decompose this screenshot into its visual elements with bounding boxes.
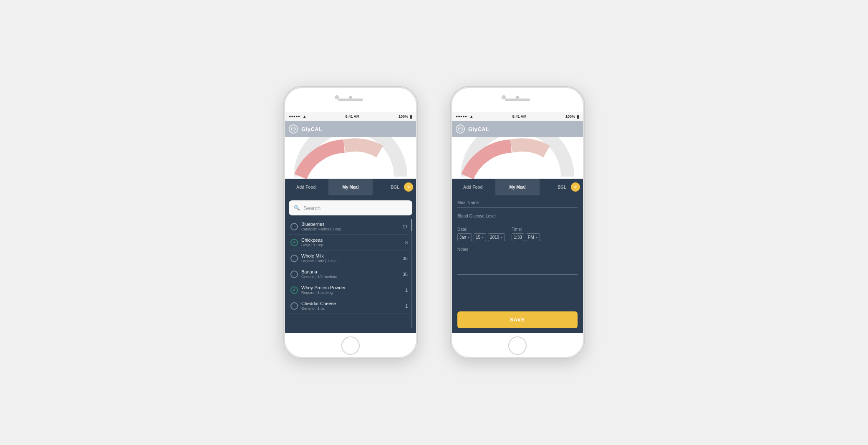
chart-svg-2: Fiber 15g Protein 30g xyxy=(451,137,584,179)
svg-text:30g: 30g xyxy=(364,162,370,165)
ampm-value: PM xyxy=(528,235,534,240)
year-select[interactable]: 2019 ▼ xyxy=(488,233,505,241)
svg-point-5 xyxy=(458,127,462,131)
phone-bottom-1 xyxy=(284,333,417,358)
food-gi-chickpeas: 8 xyxy=(405,240,408,245)
status-left-2: ●●●●● ▲ xyxy=(456,114,473,119)
status-time-2: 9:41 AM xyxy=(512,114,526,119)
month-select[interactable]: Jan ▼ xyxy=(457,233,472,241)
date-selects: Jan ▼ 15 ▼ 2019 ▼ xyxy=(457,233,505,241)
tab-my-meal-1[interactable]: My Meal xyxy=(328,179,373,195)
meal-name-field[interactable]: Meal Name xyxy=(457,200,578,208)
food-sub-banana: Generic | 1/2 medium xyxy=(301,275,399,279)
status-bar-2: ●●●●● ▲ 9:41 AM 100% ▮ xyxy=(451,112,584,121)
checkbox-whole-milk[interactable] xyxy=(290,255,298,262)
search-icon: 🔍 xyxy=(294,205,300,211)
status-left-1: ●●●●● ▲ xyxy=(289,114,306,119)
time-group: Time: 1:33 PM ▼ xyxy=(512,227,540,241)
chart-svg-1: Fiber 15g Protein 30g xyxy=(284,137,417,179)
day-select[interactable]: 15 ▼ xyxy=(474,233,486,241)
svg-text:15g: 15g xyxy=(484,169,490,172)
food-item-whole-milk[interactable]: Whole Milk Organic Farm | 1 cup 35 xyxy=(289,250,409,266)
day-chevron-icon: ▼ xyxy=(481,236,484,239)
search-box[interactable]: 🔍 Search xyxy=(289,200,412,215)
tab-my-meal-2[interactable]: My Meal xyxy=(495,179,540,195)
ampm-select[interactable]: PM ▼ xyxy=(526,233,540,241)
checkbox-cheddar[interactable] xyxy=(290,302,298,310)
svg-text:30g: 30g xyxy=(531,162,537,165)
checkbox-whey[interactable] xyxy=(290,286,298,294)
year-chevron-icon: ▼ xyxy=(500,236,503,239)
food-name-whey: Whey Protein Powder xyxy=(301,285,402,290)
search-input[interactable]: Search xyxy=(303,205,407,211)
ampm-chevron-icon: ▼ xyxy=(535,236,538,239)
app-header-1: GlyCAL xyxy=(284,121,417,137)
food-name-whole-milk: Whole Milk xyxy=(301,253,399,258)
notes-label: Notes xyxy=(457,247,578,252)
save-button[interactable]: SAVE xyxy=(457,311,578,328)
food-gi-whole-milk: 35 xyxy=(403,256,408,261)
svg-point-0 xyxy=(291,127,295,131)
signal-dots: ●●●●● xyxy=(289,114,300,119)
food-sub-cheddar: Generic | 1 oz xyxy=(301,306,402,311)
month-value: Jan xyxy=(459,235,466,240)
phone-add-food: ●●●●● ▲ 9:41 AM 100% ▮ GlyCAL xyxy=(284,87,417,358)
date-group: Date: Jan ▼ 15 ▼ xyxy=(457,227,505,241)
time-value: 1:33 xyxy=(514,235,522,240)
time-value-select[interactable]: 1:33 xyxy=(512,233,524,241)
svg-text:Protein: Protein xyxy=(361,157,373,161)
food-item-cheddar[interactable]: Cheddar Cheese Generic | 1 oz 1 xyxy=(289,298,409,314)
scrollbar-thumb[interactable] xyxy=(411,219,412,231)
battery-text-1: 100% xyxy=(399,114,408,119)
close-button-2[interactable]: × xyxy=(571,182,580,192)
checkbox-banana[interactable] xyxy=(290,271,298,278)
bgl-label: Blood Glucose Level xyxy=(457,214,578,218)
food-sub-whey: Require | 1 serving xyxy=(301,291,402,295)
phone-top-1 xyxy=(284,87,417,112)
food-info-blueberries: Blueberries Canadian Farms | 1 cup xyxy=(301,222,399,231)
wifi-icon: ▲ xyxy=(303,114,306,119)
meal-name-label: Meal Name xyxy=(457,200,578,205)
tab-add-food-2[interactable]: Add Food xyxy=(451,179,495,195)
food-info-whey: Whey Protein Powder Require | 1 serving xyxy=(301,285,402,295)
food-gi-banana: 35 xyxy=(403,272,408,277)
food-item-chickpeas[interactable]: Chickpeas Goya | 1 Cup 8 xyxy=(289,235,409,250)
food-item-blueberries[interactable]: Blueberries Canadian Farms | 1 cup 17 xyxy=(289,219,409,235)
date-label: Date: xyxy=(457,227,505,232)
phone-screen-1: ●●●●● ▲ 9:41 AM 100% ▮ GlyCAL xyxy=(284,112,417,333)
food-list-container: Blueberries Canadian Farms | 1 cup 17 Ch… xyxy=(289,219,412,328)
phone-top-2 xyxy=(451,87,584,112)
food-name-chickpeas: Chickpeas xyxy=(301,238,402,243)
close-button-1[interactable]: × xyxy=(404,182,413,192)
month-chevron-icon: ▼ xyxy=(467,236,470,239)
checkbox-blueberries[interactable] xyxy=(290,223,298,230)
food-gi-whey: 1 xyxy=(405,288,408,293)
my-meal-content: Meal Name Blood Glucose Level Date: Jan … xyxy=(451,195,584,333)
time-label: Time: xyxy=(512,227,540,232)
food-info-banana: Banana Generic | 1/2 medium xyxy=(301,269,399,279)
app-header-2: GlyCAL xyxy=(451,121,584,137)
battery-text-2: 100% xyxy=(565,114,575,119)
home-button-2[interactable] xyxy=(508,336,527,355)
add-food-content: 🔍 Search Blueberries Canadian Farms | 1 … xyxy=(284,195,417,333)
year-value: 2019 xyxy=(490,235,499,240)
food-name-cheddar: Cheddar Cheese xyxy=(301,301,402,306)
wifi-icon-2: ▲ xyxy=(469,114,473,119)
svg-text:Fiber: Fiber xyxy=(316,164,326,168)
app-logo-2 xyxy=(456,124,465,134)
food-name-banana: Banana xyxy=(301,269,399,274)
status-bar-1: ●●●●● ▲ 9:41 AM 100% ▮ xyxy=(284,112,417,121)
food-item-whey[interactable]: Whey Protein Powder Require | 1 serving … xyxy=(289,282,409,298)
home-button-1[interactable] xyxy=(341,336,360,355)
checkbox-chickpeas[interactable] xyxy=(290,239,298,246)
speaker-2 xyxy=(505,99,530,101)
food-sub-whole-milk: Organic Farm | 1 cup xyxy=(301,259,399,263)
food-info-whole-milk: Whole Milk Organic Farm | 1 cup xyxy=(301,253,399,263)
phone-my-meal: ●●●●● ▲ 9:41 AM 100% ▮ GlyCAL xyxy=(451,87,584,358)
notes-field[interactable]: Notes xyxy=(457,247,578,275)
tab-add-food-1[interactable]: Add Food xyxy=(284,179,328,195)
signal-dots-2: ●●●●● xyxy=(456,114,467,119)
app-title-2: GlyCAL xyxy=(468,126,490,132)
food-item-banana[interactable]: Banana Generic | 1/2 medium 35 xyxy=(289,266,409,282)
bgl-field[interactable]: Blood Glucose Level xyxy=(457,214,578,221)
